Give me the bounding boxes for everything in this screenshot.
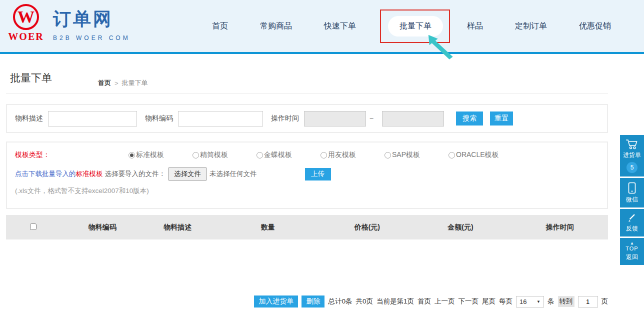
material-desc-input[interactable] <box>48 111 137 126</box>
template-type-row: 模板类型： 标准模板 精简模板 金蝶模板 用友模板 SAP模板 ORACLE模板 <box>15 150 607 160</box>
first-page-link[interactable]: 首页 <box>418 297 431 306</box>
current-page-text: 当前是第1页 <box>376 297 414 306</box>
wechat-label: 微信 <box>620 196 644 204</box>
template-section: 模板类型： 标准模板 精简模板 金蝶模板 用友模板 SAP模板 ORACLE模板… <box>6 142 608 209</box>
radio-label: 精简模板 <box>200 150 228 160</box>
radio-label: 标准模板 <box>136 150 164 160</box>
prev-page-link[interactable]: 上一页 <box>434 297 455 306</box>
next-page-link[interactable]: 下一页 <box>458 297 479 306</box>
breadcrumb-separator: > <box>114 80 118 87</box>
back-to-top-shortcut[interactable]: ▲ TOP 返回 <box>620 238 644 265</box>
pagination-bar: 加入进货单 删除 总计0条 共0页 当前是第1页 首页 上一页 下一页 尾页 每… <box>6 296 608 308</box>
cart-shortcut[interactable]: 进货单 5 <box>620 135 644 176</box>
header-divider <box>6 93 608 94</box>
radio-simple-template[interactable]: 精简模板 <box>192 150 256 160</box>
top-arrow-icon: ▲ <box>620 242 644 245</box>
radio-label: ORACLE模板 <box>456 150 499 160</box>
radio-icon <box>256 152 263 158</box>
total-count-text: 总计0条 <box>328 297 352 306</box>
radio-standard-template[interactable]: 标准模板 <box>128 150 192 160</box>
download-template-link[interactable]: 点击下载批量导入的 <box>15 170 76 178</box>
col-material-desc: 物料描述 <box>144 223 210 232</box>
select-all-checkbox[interactable] <box>30 224 36 230</box>
site-subtitle: B2B WOER COM <box>53 34 130 42</box>
feedback-label: 反馈 <box>620 224 644 233</box>
nav-item-quick-order[interactable]: 快速下单 <box>324 21 356 32</box>
add-to-cart-button[interactable]: 加入进货单 <box>254 296 298 308</box>
date-from-input[interactable] <box>304 111 366 126</box>
goto-page-unit: 页 <box>602 297 608 306</box>
breadcrumb: 首页 > 批量下单 <box>98 78 148 88</box>
top-word: TOP <box>620 246 644 252</box>
cart-count-badge: 5 <box>626 162 638 173</box>
date-to-input[interactable] <box>382 111 444 126</box>
total-pages-text: 共0页 <box>356 297 373 306</box>
mobile-phone-icon <box>628 182 636 194</box>
dropdown-arrow-icon: ▼ <box>536 300 540 304</box>
choose-file-label: 选择要导入的文件： <box>105 170 166 178</box>
search-form: 物料描述 物料编码 操作时间 ~ 搜索 重置 <box>6 104 608 133</box>
breadcrumb-home[interactable]: 首页 <box>98 78 111 88</box>
site-header: W WOER 订单网 B2B WOER COM 首页 常购商品 快速下单 批量下… <box>0 0 644 54</box>
radio-label: 金蝶模板 <box>264 150 292 160</box>
choose-file-button[interactable]: 选择文件 <box>168 168 206 180</box>
back-label: 返回 <box>620 253 644 262</box>
radio-oracle-template[interactable]: ORACLE模板 <box>448 150 512 160</box>
col-operation-time: 操作时间 <box>512 223 608 232</box>
per-page-unit: 条 <box>548 297 554 306</box>
date-range-separator: ~ <box>370 114 374 122</box>
material-desc-label: 物料描述 <box>15 114 43 123</box>
logo-site-name-block: 订单网 B2B WOER COM <box>53 3 130 42</box>
reset-button[interactable]: 重置 <box>490 112 513 126</box>
per-page-label: 每页 <box>499 297 512 306</box>
per-page-select[interactable]: 16 ▼ <box>516 296 544 308</box>
material-code-label: 物料编码 <box>145 114 173 123</box>
operation-time-label: 操作时间 <box>271 114 299 123</box>
wechat-shortcut[interactable]: 微信 <box>620 178 644 208</box>
radio-icon <box>384 152 391 158</box>
radio-yonyou-template[interactable]: 用友模板 <box>320 150 384 160</box>
pencil-icon <box>627 213 637 223</box>
nav-item-home[interactable]: 首页 <box>212 21 228 32</box>
delete-button[interactable]: 删除 <box>302 296 324 308</box>
no-file-selected-text: 未选择任何文件 <box>210 170 257 178</box>
col-price: 价格(元) <box>325 223 410 232</box>
feedback-shortcut[interactable]: 反馈 <box>620 209 644 236</box>
side-toolbar: 进货单 5 微信 反馈 ▲ TOP 返回 <box>620 135 644 266</box>
radio-sap-template[interactable]: SAP模板 <box>384 150 448 160</box>
radio-selected-icon <box>128 152 135 158</box>
radio-icon <box>448 152 455 158</box>
teal-arrow-annotation-icon <box>423 33 456 61</box>
radio-icon <box>192 152 199 158</box>
breadcrumb-current: 批量下单 <box>122 78 148 88</box>
table-header-row: 物料编码 物料描述 数量 价格(元) 金额(元) 操作时间 <box>6 215 608 240</box>
col-quantity: 数量 <box>210 223 325 232</box>
site-name: 订单网 <box>53 7 130 32</box>
nav-item-samples[interactable]: 样品 <box>467 21 483 32</box>
upload-button[interactable]: 上传 <box>305 168 331 180</box>
radio-icon <box>320 152 327 158</box>
goto-page-label: 转到 <box>558 296 574 307</box>
download-template-link-red[interactable]: 标准模板 <box>76 170 103 178</box>
logo-text: WOER <box>8 31 44 42</box>
search-button[interactable]: 搜索 <box>456 112 483 126</box>
cart-label: 进货单 <box>620 151 644 160</box>
site-logo[interactable]: W WOER 订单网 B2B WOER COM <box>8 3 130 42</box>
nav-item-frequent-goods[interactable]: 常购商品 <box>260 21 292 32</box>
goto-page-input[interactable] <box>578 296 598 308</box>
page-title: 批量下单 <box>10 71 52 85</box>
logo-letter: W <box>18 8 34 26</box>
xls-format-note: (.xls文件，格式暂不支持excel2007和10版本) <box>15 186 607 196</box>
select-all-cell <box>6 224 60 232</box>
nav-item-promotions[interactable]: 优惠促销 <box>579 21 611 32</box>
import-file-row: 点击下载批量导入的 标准模板 选择要导入的文件： 选择文件 未选择任何文件 上传 <box>15 168 607 180</box>
material-code-input[interactable] <box>178 111 263 126</box>
radio-kingdee-template[interactable]: 金蝶模板 <box>256 150 320 160</box>
template-type-label: 模板类型： <box>15 150 128 160</box>
nav-item-custom-order[interactable]: 定制订单 <box>515 21 547 32</box>
radio-label: 用友模板 <box>328 150 356 160</box>
col-material-code: 物料编码 <box>60 223 144 232</box>
per-page-value: 16 <box>520 298 526 306</box>
last-page-link[interactable]: 尾页 <box>482 297 496 306</box>
logo-ring-icon: W <box>13 4 39 30</box>
